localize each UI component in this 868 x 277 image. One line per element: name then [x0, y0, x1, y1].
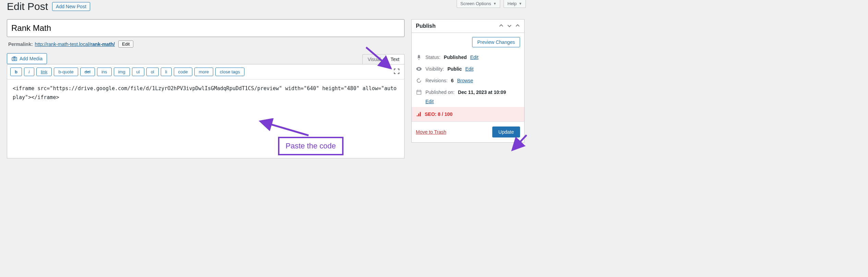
permalink-slug: rank-math/	[90, 41, 115, 47]
permalink-base: http://rank-math-test.local/	[35, 41, 91, 47]
edit-published-on-link[interactable]: Edit	[425, 99, 520, 104]
permalink-link[interactable]: http://rank-math-test.local/rank-math/	[35, 41, 115, 47]
permalink-label: Permalink:	[8, 41, 33, 47]
browse-revisions-link[interactable]: Browse	[457, 78, 473, 83]
qt-li-button[interactable]: li	[161, 68, 172, 76]
edit-slug-button[interactable]: Edit	[118, 40, 133, 48]
qt-bquote-button[interactable]: b-quote	[54, 68, 78, 76]
move-down-icon[interactable]	[507, 23, 512, 29]
svg-rect-2	[417, 91, 421, 95]
pin-icon	[416, 54, 422, 60]
revisions-value: 6	[451, 78, 454, 83]
qt-i-button[interactable]: i	[24, 68, 34, 76]
publish-box: Publish Preview Changes	[411, 19, 525, 143]
chevron-down-icon: ▼	[519, 2, 522, 5]
help-label: Help	[507, 1, 517, 6]
move-to-trash-link[interactable]: Move to Trash	[416, 129, 446, 135]
seo-score-label: SEO: 8 / 100	[425, 111, 453, 117]
qt-b-button[interactable]: b	[10, 68, 22, 76]
help-button[interactable]: Help ▼	[504, 0, 526, 8]
svg-point-1	[13, 58, 15, 60]
edit-status-link[interactable]: Edit	[470, 55, 479, 60]
qt-more-button[interactable]: more	[194, 68, 214, 76]
quicktags-toolbar: b i link b-quote del ins img ul ol li co…	[7, 64, 405, 80]
visibility-value: Public	[447, 66, 462, 72]
qt-closetags-button[interactable]: close tags	[215, 68, 244, 76]
calendar-icon	[416, 89, 422, 95]
add-media-label: Add Media	[20, 56, 43, 61]
qt-ins-button[interactable]: ins	[97, 68, 112, 76]
status-label: Status:	[425, 55, 441, 60]
add-media-button[interactable]: Add Media	[7, 53, 47, 64]
screen-options-button[interactable]: Screen Options ▼	[457, 0, 501, 8]
preview-changes-button[interactable]: Preview Changes	[472, 37, 520, 47]
update-button[interactable]: Update	[492, 127, 520, 137]
published-on-label: Published on:	[425, 89, 455, 95]
qt-del-button[interactable]: del	[80, 68, 95, 76]
qt-ol-button[interactable]: ol	[146, 68, 159, 76]
fullscreen-icon[interactable]	[393, 68, 400, 75]
eye-icon	[416, 66, 422, 72]
editor-textarea[interactable]: <iframe src="https://drive.google.com/fi…	[7, 80, 405, 158]
toggle-panel-icon[interactable]	[515, 23, 520, 29]
visibility-label: Visibility:	[425, 66, 444, 72]
status-value: Published	[444, 55, 467, 60]
add-new-post-button[interactable]: Add New Post	[52, 2, 90, 11]
revisions-icon	[416, 77, 422, 84]
seo-score-band[interactable]: SEO: 8 / 100	[412, 107, 524, 121]
page-title: Edit Post	[7, 1, 48, 12]
seo-icon	[416, 111, 422, 117]
tab-visual[interactable]: Visual	[362, 54, 385, 64]
tab-text[interactable]: Text	[385, 54, 405, 64]
move-up-icon[interactable]	[499, 23, 504, 29]
published-on-value: Dec 11, 2023 at 10:09	[458, 89, 506, 95]
post-title-input[interactable]	[7, 19, 405, 37]
qt-link-button[interactable]: link	[36, 68, 52, 76]
camera-icon	[11, 56, 17, 62]
publish-title: Publish	[416, 23, 436, 29]
qt-code-button[interactable]: code	[174, 68, 192, 76]
qt-img-button[interactable]: img	[114, 68, 130, 76]
edit-visibility-link[interactable]: Edit	[465, 66, 473, 72]
screen-options-label: Screen Options	[460, 1, 491, 6]
revisions-label: Revisions:	[425, 78, 448, 83]
qt-ul-button[interactable]: ul	[132, 68, 144, 76]
chevron-down-icon: ▼	[493, 2, 496, 5]
